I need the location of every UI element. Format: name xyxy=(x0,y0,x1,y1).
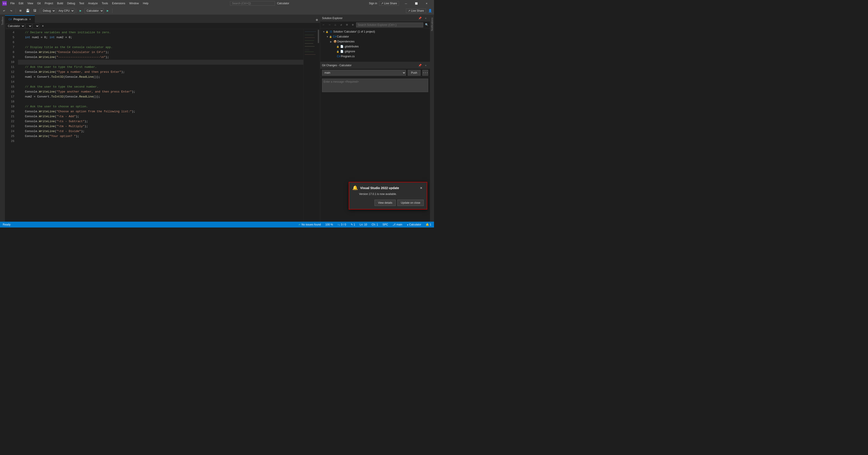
close-button[interactable]: ✕ xyxy=(422,0,432,7)
status-ln[interactable]: Ln: 10 xyxy=(359,223,368,226)
minimize-button[interactable]: — xyxy=(401,0,411,7)
undo-button[interactable]: ↩ xyxy=(1,8,7,14)
code-line-4: // Declare variables and then initialize… xyxy=(18,30,303,35)
global-search-input[interactable] xyxy=(230,1,275,6)
expand-project-icon[interactable]: ▼ xyxy=(326,35,329,38)
code-line-22: Console.WriteLine("\ts - Subtract"); xyxy=(18,119,303,124)
svg-rect-3 xyxy=(305,35,314,35)
status-notification[interactable]: 🔔 1 xyxy=(425,223,432,226)
forward-button[interactable]: → xyxy=(327,23,332,27)
solution-explorer-toolbar: ← → ⌂ ↺ ⊟ ⚙ 🔍 xyxy=(320,22,430,28)
breadcrumb-method-select[interactable] xyxy=(25,24,32,29)
live-share-button[interactable]: ↗ Live Share xyxy=(379,1,399,6)
code-editor-body[interactable]: 4 5 6 7 8 9 10 11 12 13 14 15 16 17 18 1… xyxy=(5,29,320,222)
status-spc[interactable]: SPC xyxy=(382,223,389,226)
gitattr-icon: 📄 xyxy=(340,45,344,48)
menu-view[interactable]: View xyxy=(26,1,35,5)
solution-search-input[interactable] xyxy=(356,23,423,27)
expand-deps-icon[interactable]: ▶ xyxy=(329,40,333,44)
status-no-issues-text: No issues found xyxy=(302,223,321,226)
more-git-button[interactable]: ··· xyxy=(422,70,428,76)
notifications-toolbar-icon[interactable]: 👤 xyxy=(427,8,433,14)
filter-button[interactable]: ⊟ xyxy=(344,23,349,27)
menu-analyze[interactable]: Analyze xyxy=(86,1,100,5)
status-project[interactable]: ⬥ Calculator xyxy=(406,223,422,226)
branch-dropdown[interactable]: main xyxy=(322,70,406,76)
editor-vertical-scrollbar[interactable] xyxy=(317,29,320,222)
code-text-area[interactable]: // Declare variables and then initialize… xyxy=(16,29,303,222)
home-button[interactable]: ⌂ xyxy=(333,23,338,27)
status-bar-left: Ready xyxy=(2,223,11,226)
tree-item-calculator-project[interactable]: ▼ 🔒 C# Calculator xyxy=(320,34,430,39)
tab-close-icon[interactable]: ✕ xyxy=(29,18,31,21)
solution-explorer-pin-button[interactable]: 📌 xyxy=(417,16,422,21)
maximize-button[interactable]: ⬜ xyxy=(411,0,422,7)
code-line-11: // Ask the user to type the first number… xyxy=(18,65,303,69)
commit-message-input[interactable] xyxy=(322,79,428,92)
status-no-issues[interactable]: ✔ No issues found xyxy=(298,223,322,226)
back-button[interactable]: ← xyxy=(321,23,326,27)
tree-item-program-cs[interactable]: C# Program.cs xyxy=(320,54,430,59)
add-item-button[interactable]: + xyxy=(40,23,46,29)
notifications-strip: Notifications xyxy=(430,15,434,222)
code-line-19: // Ask the user to choose an option. xyxy=(18,104,303,109)
status-zoom[interactable]: 100 % xyxy=(324,223,334,226)
update-close-button[interactable]: ✕ xyxy=(419,186,424,191)
menu-test[interactable]: Test xyxy=(78,1,86,5)
git-pin-button[interactable]: 📌 xyxy=(417,63,422,68)
solution-explorer-close-button[interactable]: ✕ xyxy=(423,16,428,21)
search-icon[interactable]: 🔍 xyxy=(424,23,429,27)
main-toolbar: ↩ ↪ ⊞ 💾 🖫 Debug Any CPU ▶ Calculator ▶ ↗… xyxy=(0,7,434,15)
expand-solution-icon[interactable]: ▼ xyxy=(322,30,326,33)
menu-project[interactable]: Project xyxy=(43,1,55,5)
config-dropdown[interactable]: Debug xyxy=(41,8,56,13)
editor-tab-program-cs[interactable]: C# Program.cs ✕ xyxy=(5,15,35,23)
tree-item-solution[interactable]: ▼ 🔒 ⊡ Solution 'Calculator' (1 of 1 proj… xyxy=(320,29,430,34)
status-bar: Ready ✔ No issues found 100 % ↑↓ 3 / 0 ✎… xyxy=(0,222,434,227)
start-debug-button[interactable]: ▶ xyxy=(78,8,84,14)
menu-window[interactable]: Window xyxy=(127,1,141,5)
scrollbar-thumb[interactable] xyxy=(318,30,319,43)
live-share-toolbar-icon: ↗ xyxy=(408,9,410,12)
code-line-5: int num1 = 0; int num2 = 0; xyxy=(18,35,303,40)
push-button[interactable]: Push xyxy=(408,70,421,76)
run-button[interactable]: ▶ xyxy=(104,8,111,14)
tree-item-gitignore[interactable]: 🔒 📄 .gitignore xyxy=(320,49,430,54)
live-share-toolbar-button[interactable]: ↗ Live Share xyxy=(406,8,426,13)
menu-file[interactable]: File xyxy=(8,1,17,5)
toolbox-icon[interactable]: ⊞ xyxy=(17,8,24,14)
menu-extensions[interactable]: Extensions xyxy=(110,1,127,5)
status-pencil[interactable]: ✎ 1 xyxy=(350,223,356,226)
status-git[interactable]: ↑↓ 3 / 0 xyxy=(337,223,347,226)
tree-item-dependencies[interactable]: ▶ 📦 Dependencies xyxy=(320,39,430,44)
toolbar-separator-3 xyxy=(76,8,76,13)
tree-item-gitattributes[interactable]: 🔒 📄 .gitattributes xyxy=(320,44,430,49)
menu-build[interactable]: Build xyxy=(55,1,65,5)
minimap xyxy=(303,29,317,222)
menu-tools[interactable]: Tools xyxy=(100,1,110,5)
breadcrumb-member-select[interactable] xyxy=(33,24,39,29)
update-notification-body: Version 17.0.1 is now available. xyxy=(349,192,427,198)
save-icon[interactable]: 💾 xyxy=(25,8,31,14)
status-ready[interactable]: Ready xyxy=(2,223,11,226)
breadcrumb-class-select[interactable]: Calculator xyxy=(6,24,25,29)
redo-button[interactable]: ↪ xyxy=(8,8,14,14)
sync-button[interactable]: ↺ xyxy=(339,23,344,27)
menu-git[interactable]: Git xyxy=(35,1,42,5)
status-ch[interactable]: Ch: 1 xyxy=(371,223,379,226)
start-project-dropdown[interactable]: Calculator xyxy=(85,8,104,13)
status-branch[interactable]: ⎇ main xyxy=(392,223,403,226)
update-notification-header: 🔔 Visual Studio 2022 update ✕ xyxy=(349,182,427,192)
menu-help[interactable]: Help xyxy=(141,1,150,5)
tab-pin-button[interactable]: ⚙ xyxy=(314,17,320,23)
save-all-icon[interactable]: 🖫 xyxy=(32,8,38,14)
settings-button[interactable]: ⚙ xyxy=(350,23,355,27)
git-close-button[interactable]: ✕ xyxy=(423,63,428,68)
update-on-close-button[interactable]: Update on close xyxy=(397,200,424,206)
view-details-button[interactable]: View details xyxy=(375,200,396,206)
menu-debug[interactable]: Debug xyxy=(65,1,77,5)
sign-in-button[interactable]: Sign in xyxy=(369,2,377,5)
menu-edit[interactable]: Edit xyxy=(17,1,25,5)
code-line-15: // Ask the user to type the second numbe… xyxy=(18,84,303,89)
platform-dropdown[interactable]: Any CPU xyxy=(57,8,74,13)
